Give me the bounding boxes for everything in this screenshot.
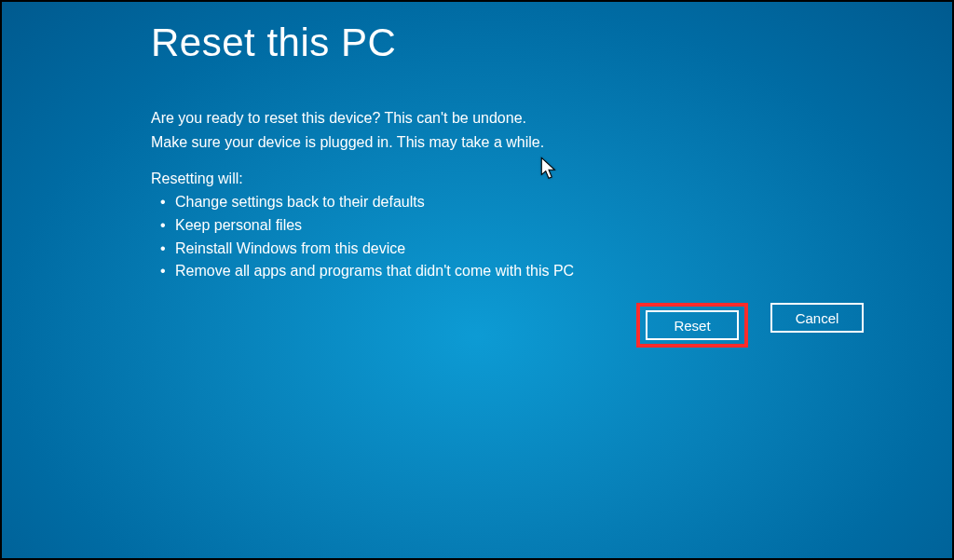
list-item: Change settings back to their defaults [164,191,952,214]
reset-effects-list: Change settings back to their defaults K… [151,191,952,283]
highlight-annotation: Reset [636,303,748,348]
list-item: Keep personal files [164,214,952,238]
intro-text: Are you ready to reset this device? This… [151,107,952,154]
intro-line-2: Make sure your device is plugged in. Thi… [151,131,952,154]
list-item: Remove all apps and programs that didn't… [164,260,952,283]
reset-button[interactable]: Reset [646,310,739,340]
list-item: Reinstall Windows from this device [164,238,952,261]
dialog-buttons: Reset Cancel [636,303,864,348]
intro-line-1: Are you ready to reset this device? This… [151,107,952,130]
reset-list-heading: Resetting will: [151,171,952,187]
page-title: Reset this PC [151,20,952,65]
reset-pc-dialog: Reset this PC Are you ready to reset thi… [2,2,952,283]
cancel-button[interactable]: Cancel [770,303,864,333]
